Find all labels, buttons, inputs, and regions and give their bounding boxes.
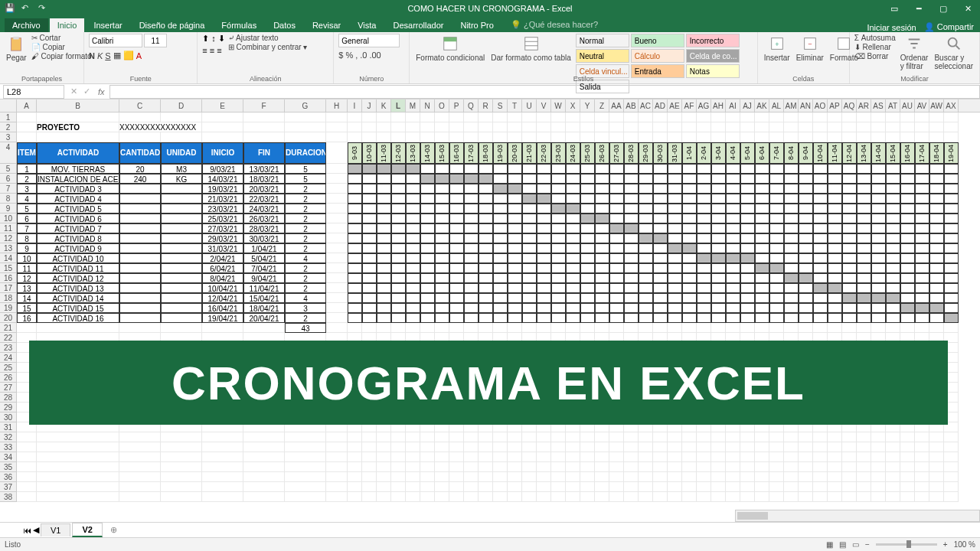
cell[interactable] <box>682 482 697 492</box>
cell[interactable]: 24/03/21 <box>243 204 285 214</box>
cell[interactable] <box>285 492 326 502</box>
cell[interactable] <box>464 122 479 132</box>
cell[interactable] <box>886 194 900 204</box>
cell[interactable] <box>915 174 929 184</box>
cell[interactable] <box>857 164 871 174</box>
cell[interactable] <box>479 253 493 263</box>
cell[interactable] <box>551 174 566 184</box>
cell[interactable] <box>464 253 479 263</box>
cell[interactable] <box>595 492 609 502</box>
cell[interactable] <box>755 243 769 253</box>
cell[interactable] <box>449 472 464 482</box>
cell[interactable] <box>243 122 285 132</box>
cell[interactable]: 20/04/21 <box>243 313 285 323</box>
cell[interactable] <box>799 164 813 174</box>
cell[interactable] <box>493 492 508 502</box>
cell[interactable] <box>813 313 828 323</box>
cell[interactable]: ACTIVIDAD 15 <box>37 303 119 313</box>
cell[interactable] <box>857 273 871 283</box>
cell[interactable] <box>784 184 799 194</box>
cell[interactable] <box>326 313 348 323</box>
cell[interactable] <box>711 132 726 142</box>
cell[interactable] <box>857 283 871 293</box>
cell[interactable] <box>769 442 784 452</box>
cell[interactable] <box>464 432 479 442</box>
cell[interactable] <box>580 293 595 303</box>
cell[interactable] <box>609 472 624 482</box>
cell[interactable] <box>609 303 624 313</box>
cell[interactable] <box>595 432 609 442</box>
cell[interactable]: 43 <box>285 323 326 333</box>
cell[interactable] <box>929 253 944 263</box>
cell[interactable]: UNIDAD <box>161 142 202 164</box>
cell[interactable] <box>508 283 522 293</box>
cell[interactable] <box>479 452 493 462</box>
cell[interactable] <box>348 214 362 223</box>
cell[interactable] <box>493 233 508 243</box>
cell[interactable] <box>464 283 479 293</box>
cell[interactable] <box>479 233 493 243</box>
cell[interactable] <box>161 303 202 313</box>
cell[interactable] <box>697 492 711 502</box>
border-button[interactable]: ▦ <box>113 51 121 60</box>
cell[interactable] <box>799 263 813 273</box>
cell[interactable] <box>755 283 769 293</box>
cell[interactable] <box>799 204 813 214</box>
cell[interactable] <box>326 472 348 482</box>
cell[interactable] <box>653 323 668 333</box>
cell[interactable] <box>522 432 537 442</box>
cell[interactable]: 19-04 <box>944 142 959 164</box>
cell[interactable] <box>726 432 740 442</box>
cell[interactable] <box>624 313 639 323</box>
row-header[interactable]: 32 <box>0 432 17 442</box>
cell[interactable] <box>639 293 653 303</box>
row-header[interactable]: 25 <box>0 363 17 373</box>
cell[interactable] <box>682 283 697 293</box>
cell[interactable] <box>639 472 653 482</box>
cell[interactable] <box>697 164 711 174</box>
cell[interactable]: ACTIVIDAD 8 <box>37 233 119 243</box>
cell[interactable] <box>326 164 348 174</box>
cell[interactable] <box>682 223 697 233</box>
cell[interactable] <box>537 323 551 333</box>
cell[interactable] <box>799 273 813 283</box>
cell[interactable] <box>755 472 769 482</box>
cell[interactable] <box>653 273 668 283</box>
cell[interactable]: 13 <box>17 283 37 293</box>
cell[interactable] <box>842 273 857 283</box>
cell[interactable]: 23/03/21 <box>202 204 243 214</box>
cell[interactable] <box>449 243 464 253</box>
cell[interactable] <box>726 492 740 502</box>
row-header[interactable]: 5 <box>0 164 17 174</box>
cell[interactable] <box>711 233 726 243</box>
cell[interactable] <box>326 132 348 142</box>
italic-button[interactable]: K <box>97 51 103 60</box>
cell[interactable] <box>668 122 682 132</box>
cell[interactable] <box>406 303 420 313</box>
cell[interactable] <box>624 273 639 283</box>
cell[interactable] <box>624 263 639 273</box>
cell[interactable] <box>595 112 609 122</box>
cell[interactable] <box>202 323 243 333</box>
cell[interactable] <box>377 204 391 214</box>
cell[interactable] <box>435 122 449 132</box>
cell[interactable]: 8-04 <box>784 142 799 164</box>
cell[interactable] <box>326 233 348 243</box>
cell[interactable] <box>639 214 653 223</box>
cell[interactable] <box>842 432 857 442</box>
cell[interactable] <box>37 323 119 333</box>
cell[interactable] <box>813 184 828 194</box>
cell[interactable] <box>929 462 944 472</box>
cell[interactable] <box>464 243 479 253</box>
cell[interactable] <box>449 112 464 122</box>
cell[interactable] <box>624 194 639 204</box>
cell[interactable] <box>668 174 682 184</box>
cell[interactable] <box>639 452 653 462</box>
cell[interactable]: 12-03 <box>391 142 406 164</box>
cell[interactable] <box>799 452 813 462</box>
cell[interactable] <box>769 132 784 142</box>
cell[interactable] <box>566 243 580 253</box>
cell[interactable] <box>391 432 406 442</box>
cell[interactable]: 6/04/21 <box>202 263 243 273</box>
cell[interactable] <box>362 283 377 293</box>
